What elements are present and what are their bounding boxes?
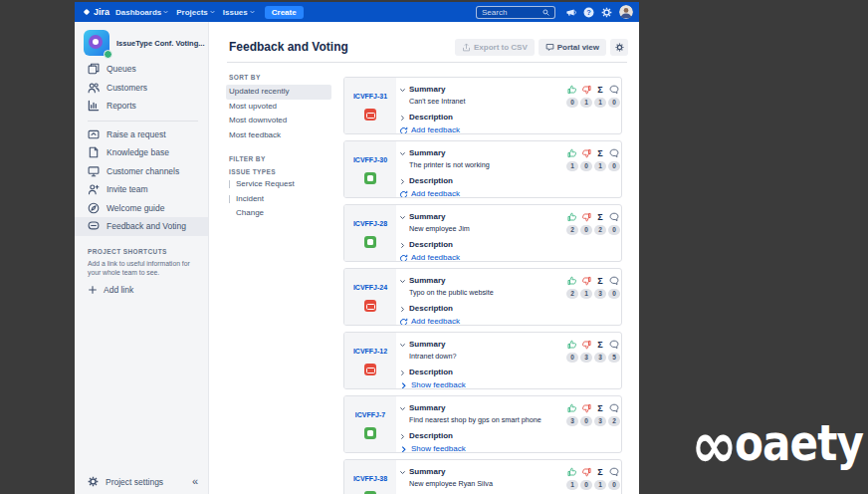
issue-key-link[interactable]: ICVFFJ-28 xyxy=(353,220,387,227)
description-label[interactable]: Description xyxy=(409,240,453,249)
sidebar-item-knowledge-base[interactable]: Knowledge base xyxy=(75,143,208,162)
chevron-right-icon[interactable] xyxy=(399,178,406,185)
sidebar-item-queues[interactable]: Queues xyxy=(75,60,208,79)
comments-icon[interactable] xyxy=(609,340,619,350)
project-header[interactable]: IssueType Conf. Voting... xyxy=(75,22,208,58)
nav-item-projects[interactable]: Projects xyxy=(176,8,215,17)
description-label[interactable]: Description xyxy=(409,113,453,122)
chevron-right-icon[interactable] xyxy=(399,115,406,122)
issue-key-link[interactable]: ICVFFJ-7 xyxy=(355,411,385,418)
sidebar-item-customers[interactable]: Customers xyxy=(75,79,208,98)
description-label[interactable]: Description xyxy=(409,176,453,185)
sort-option-most-downvoted[interactable]: Most downvoted xyxy=(226,114,331,128)
filter-option-service-request[interactable]: Service Request xyxy=(226,177,331,192)
chevron-down-icon[interactable] xyxy=(399,87,406,94)
feedback-link-row[interactable]: Add feedback xyxy=(399,253,460,262)
comments-icon[interactable] xyxy=(609,276,619,286)
thumbs-up-icon[interactable] xyxy=(567,467,577,477)
settings-icon[interactable] xyxy=(601,7,612,18)
sidebar-item-reports[interactable]: Reports xyxy=(75,97,208,116)
thumbs-up-icon[interactable] xyxy=(567,148,577,158)
thumbs-up-icon[interactable] xyxy=(567,85,577,95)
sidebar-item-welcome-guide[interactable]: Welcome guide xyxy=(75,199,208,218)
chevron-down-icon[interactable] xyxy=(399,405,406,412)
chevron-down-icon[interactable] xyxy=(399,214,406,221)
chevron-down-icon[interactable] xyxy=(399,150,406,157)
chevron-right-icon[interactable] xyxy=(399,433,406,440)
comments-icon[interactable] xyxy=(609,212,619,222)
feedback-link-row[interactable]: Add feedback xyxy=(399,189,460,198)
chevron-right-icon[interactable] xyxy=(399,242,406,249)
nav-item-dashboards[interactable]: Dashboards xyxy=(115,8,168,17)
sort-option-most-upvoted[interactable]: Most upvoted xyxy=(226,100,331,115)
feedback-link-row[interactable]: Show feedback xyxy=(399,380,466,389)
thumbs-down-icon[interactable] xyxy=(581,467,591,477)
sigma-icon[interactable]: Σ xyxy=(597,403,602,413)
portal-view-button[interactable]: Portal view xyxy=(539,39,606,56)
thumbs-down-icon[interactable] xyxy=(581,212,591,222)
search-input[interactable]: Search xyxy=(476,6,555,19)
feedback-link-row[interactable]: Add feedback xyxy=(399,125,460,134)
issue-key-link[interactable]: ICVFFJ-31 xyxy=(353,93,387,100)
comments-icon[interactable] xyxy=(609,148,619,158)
comments-icon[interactable] xyxy=(609,467,619,477)
description-label[interactable]: Description xyxy=(409,368,453,376)
chevron-down-icon[interactable] xyxy=(399,469,406,476)
filter-option-change[interactable]: Change xyxy=(226,206,331,221)
summary-label[interactable]: Summary xyxy=(409,148,490,157)
thumbs-up-icon[interactable] xyxy=(567,403,577,413)
comments-icon[interactable] xyxy=(609,403,619,413)
summary-label[interactable]: Summary xyxy=(409,467,493,476)
feedback-link-row[interactable]: Show feedback xyxy=(399,444,466,453)
issue-key-link[interactable]: ICVFFJ-30 xyxy=(353,156,387,163)
feedback-settings-button[interactable] xyxy=(610,39,628,56)
thumbs-down-icon[interactable] xyxy=(581,340,591,350)
collapse-sidebar-button[interactable]: « xyxy=(192,476,198,487)
chevron-right-icon[interactable] xyxy=(399,370,406,376)
sidebar-item-customer-channels[interactable]: Customer channels xyxy=(75,162,208,181)
export-csv-button[interactable]: Export to CSV xyxy=(455,39,535,56)
add-link-button[interactable]: Add link xyxy=(88,285,208,295)
sidebar-item-feedback-and-voting[interactable]: Feedback and Voting xyxy=(75,217,208,236)
sigma-icon[interactable]: Σ xyxy=(597,340,602,350)
summary-label[interactable]: Summary xyxy=(409,85,466,94)
thumbs-down-icon[interactable] xyxy=(581,85,591,95)
feedback-link-row[interactable]: Add feedback xyxy=(399,317,460,326)
sigma-icon[interactable]: Σ xyxy=(597,85,602,95)
thumbs-down-icon[interactable] xyxy=(581,403,591,413)
chevron-down-icon[interactable] xyxy=(399,342,406,349)
sigma-icon[interactable]: Σ xyxy=(597,212,602,222)
summary-label[interactable]: Summary xyxy=(409,403,542,412)
help-icon[interactable]: ? xyxy=(583,7,594,18)
sort-option-most-feedback[interactable]: Most feedback xyxy=(226,128,331,143)
nav-item-issues[interactable]: Issues xyxy=(223,8,255,17)
thumbs-down-icon[interactable] xyxy=(581,148,591,158)
sidebar-item-raise-a-request[interactable]: Raise a request xyxy=(75,125,208,144)
thumbs-up-icon[interactable] xyxy=(567,212,577,222)
project-settings-button[interactable]: Project settings xyxy=(88,476,163,487)
create-button[interactable]: Create xyxy=(265,6,304,19)
user-avatar[interactable] xyxy=(619,5,633,19)
announcement-icon[interactable] xyxy=(565,7,576,18)
summary-label[interactable]: Summary xyxy=(409,212,470,221)
comments-icon[interactable] xyxy=(609,85,619,95)
sigma-icon[interactable]: Σ xyxy=(597,148,602,158)
sort-option-updated-recently[interactable]: Updated recently xyxy=(226,85,331,100)
thumbs-down-icon[interactable] xyxy=(581,276,591,286)
chevron-right-icon[interactable] xyxy=(399,306,406,313)
sigma-icon[interactable]: Σ xyxy=(597,467,602,477)
sigma-icon[interactable]: Σ xyxy=(597,276,602,286)
summary-label[interactable]: Summary xyxy=(409,276,494,285)
chevron-down-icon[interactable] xyxy=(399,278,406,285)
issue-key-link[interactable]: ICVFFJ-38 xyxy=(353,475,387,482)
filter-option-incident[interactable]: Incident xyxy=(226,192,331,207)
sidebar-item-invite-team[interactable]: Invite team xyxy=(75,180,208,199)
thumbs-up-icon[interactable] xyxy=(567,340,577,350)
issue-key-link[interactable]: ICVFFJ-12 xyxy=(353,348,387,355)
summary-label[interactable]: Summary xyxy=(409,340,457,349)
thumbs-up-icon[interactable] xyxy=(567,276,577,286)
issue-key-link[interactable]: ICVFFJ-24 xyxy=(353,284,387,291)
description-label[interactable]: Description xyxy=(409,304,453,313)
jira-logo[interactable]: Jira xyxy=(82,7,109,17)
description-label[interactable]: Description xyxy=(409,431,453,440)
